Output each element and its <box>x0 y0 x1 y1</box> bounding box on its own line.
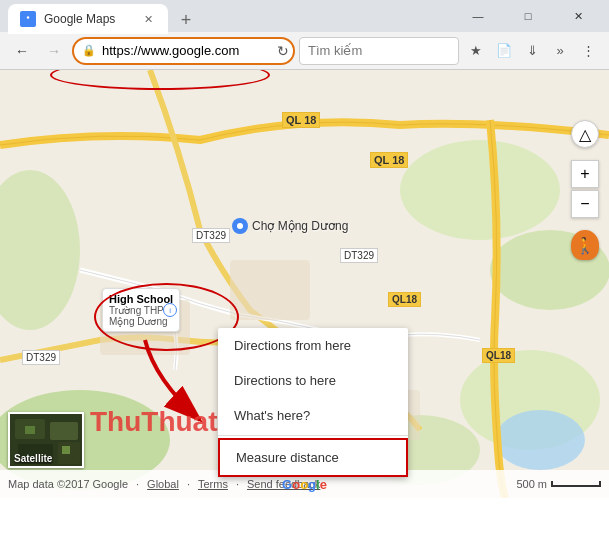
extensions-icon[interactable]: » <box>547 38 573 64</box>
high-school-subname2: Mộng Dương <box>109 316 173 327</box>
high-school-name: High School <box>109 293 173 305</box>
place-label-cho: Chợ Mộng Dương <box>252 219 348 233</box>
context-menu[interactable]: Directions from here Directions to here … <box>218 328 408 477</box>
address-bar-container: 🔒 ↻ <box>72 37 295 65</box>
address-input[interactable] <box>72 37 295 65</box>
svg-point-1 <box>27 16 30 19</box>
footer-global[interactable]: Global <box>147 478 179 490</box>
place-icon <box>232 218 248 234</box>
context-menu-divider <box>218 435 408 436</box>
close-button[interactable]: ✕ <box>555 0 601 32</box>
scale-text: 500 m <box>516 478 547 490</box>
place-label-high-school: High School Trường THPT Mộng Dương i <box>102 288 180 332</box>
map-controls: △ + − 🚶 <box>571 120 599 260</box>
minimize-button[interactable]: — <box>455 0 501 32</box>
context-menu-directions-from[interactable]: Directions from here <box>218 328 408 363</box>
pegman-button[interactable]: 🚶 <box>571 230 599 260</box>
context-menu-directions-to[interactable]: Directions to here <box>218 363 408 398</box>
tab-title: Google Maps <box>44 12 115 26</box>
download-icon[interactable]: ⇓ <box>519 38 545 64</box>
refresh-button[interactable]: ↻ <box>277 43 289 59</box>
footer-separator2: · <box>187 478 190 490</box>
back-button[interactable]: ← <box>8 37 36 65</box>
svg-rect-19 <box>25 426 35 434</box>
forward-button[interactable]: → <box>40 37 68 65</box>
svg-rect-10 <box>230 260 310 320</box>
place-cho-mong-duong: Chợ Mộng Dương <box>232 218 348 234</box>
context-menu-whats-here[interactable]: What's here? <box>218 398 408 433</box>
google-logo: Google <box>282 477 327 492</box>
compass-button[interactable]: △ <box>571 120 599 148</box>
bookmark-star-icon[interactable]: ★ <box>463 38 489 64</box>
svg-rect-16 <box>50 422 78 440</box>
window-controls: — □ ✕ <box>455 0 601 32</box>
zoom-out-button[interactable]: − <box>571 190 599 218</box>
reading-list-icon[interactable]: 📄 <box>491 38 517 64</box>
search-input[interactable] <box>299 37 459 65</box>
scale-container: 500 m <box>516 478 601 490</box>
satellite-thumbnail[interactable]: Satellite <box>8 412 84 468</box>
place-info-icon: i <box>163 303 177 317</box>
tab-favicon <box>20 11 36 27</box>
svg-rect-20 <box>62 446 70 454</box>
navigation-bar: ← → 🔒 ↻ ★ 📄 ⇓ » ⋮ <box>0 32 609 70</box>
map-data-text: Map data ©2017 Google <box>8 478 128 490</box>
satellite-label: Satellite <box>14 453 52 464</box>
title-bar: Google Maps ✕ + — □ ✕ <box>0 0 609 32</box>
browser-tab[interactable]: Google Maps ✕ <box>8 4 168 34</box>
map-container[interactable]: QL 18 QL 18 DT329 DT329 DT329 QL18 QL18 … <box>0 70 609 498</box>
svg-point-3 <box>400 140 560 240</box>
maximize-button[interactable]: □ <box>505 0 551 32</box>
footer-separator: · <box>136 478 139 490</box>
tab-close-button[interactable]: ✕ <box>140 11 156 27</box>
menu-icon[interactable]: ⋮ <box>575 38 601 64</box>
new-tab-button[interactable]: + <box>172 6 200 34</box>
footer-terms[interactable]: Terms <box>198 478 228 490</box>
footer-separator3: · <box>236 478 239 490</box>
svg-point-9 <box>495 410 585 470</box>
context-menu-measure-distance[interactable]: Measure distance <box>218 438 408 477</box>
nav-icons: ★ 📄 ⇓ » ⋮ <box>463 38 601 64</box>
zoom-in-button[interactable]: + <box>571 160 599 188</box>
scale-bar <box>551 481 601 487</box>
lock-icon: 🔒 <box>82 44 96 57</box>
